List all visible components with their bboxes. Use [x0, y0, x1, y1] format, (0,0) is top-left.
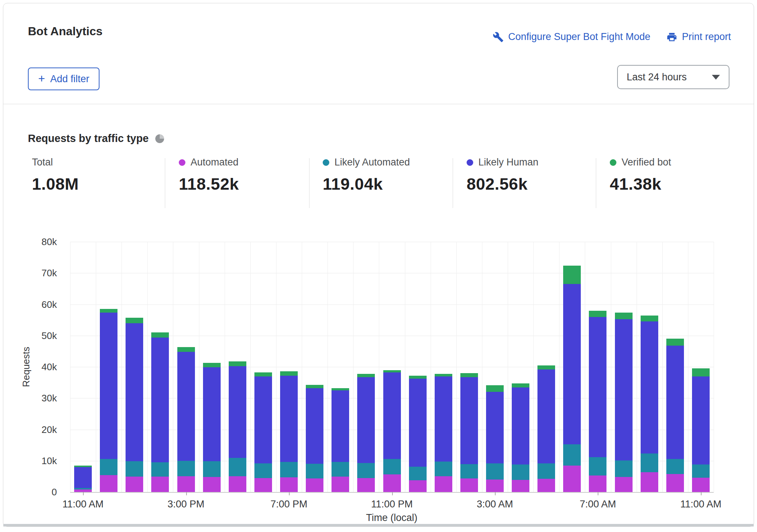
x-tick-mark: [186, 492, 187, 495]
bar-3-00-am[interactable]: [486, 385, 504, 492]
bar-segment-likely-human: [537, 369, 555, 464]
bar-2-00-pm[interactable]: [151, 332, 169, 492]
bar-12-00-pm[interactable]: [100, 309, 117, 492]
grid-line-vertical: [199, 242, 199, 492]
bar-4-00-pm[interactable]: [203, 363, 221, 492]
bar-segment-automated: [151, 477, 169, 492]
bar-segment-likely-automated: [692, 464, 710, 478]
time-range-select[interactable]: Last 24 hours: [617, 65, 729, 89]
bar-segment-likely-human: [74, 467, 92, 488]
stat-total[interactable]: Total1.08M: [32, 157, 79, 194]
bar-6-00-pm[interactable]: [254, 372, 272, 492]
stat-divider: [453, 158, 453, 208]
bar-segment-likely-human: [151, 338, 169, 462]
stat-divider: [165, 158, 165, 208]
bar-segment-verified-bot: [151, 332, 169, 338]
stat-automated[interactable]: Automated118.52k: [179, 157, 239, 194]
bar-5-00-pm[interactable]: [229, 361, 246, 492]
bar-segment-verified-bot: [280, 371, 298, 376]
bar-segment-automated: [589, 475, 606, 492]
plus-icon: +: [38, 73, 45, 84]
bar-7-00-am[interactable]: [589, 311, 606, 492]
grid-line-vertical: [122, 242, 122, 492]
bar-10-00-am[interactable]: [666, 339, 684, 492]
bar-segment-automated: [229, 476, 246, 492]
bar-8-00-am[interactable]: [615, 313, 633, 492]
bar-3-00-pm[interactable]: [177, 347, 195, 492]
bar-segment-automated: [383, 474, 401, 492]
stat-likely-human[interactable]: Likely Human802.56k: [467, 157, 539, 194]
bar-4-00-am[interactable]: [512, 383, 529, 492]
bar-2-00-am[interactable]: [460, 373, 478, 492]
card-bottom-divider: [3, 524, 754, 526]
y-tick-label: 50k: [28, 330, 57, 341]
bar-segment-automated: [254, 478, 272, 492]
grid-line-vertical: [637, 242, 637, 492]
bar-segment-likely-automated: [589, 457, 606, 475]
bar-5-00-am[interactable]: [537, 365, 555, 492]
stat-label: Total: [32, 157, 53, 168]
bar-11-00-am[interactable]: [74, 466, 92, 492]
grid-line-vertical: [559, 242, 559, 492]
grid-line-vertical: [508, 242, 508, 492]
bar-1-00-am[interactable]: [435, 374, 452, 492]
stat-likely-automated[interactable]: Likely Automated119.04k: [323, 157, 410, 194]
x-tick-label: 11:00 AM: [62, 499, 104, 510]
grid-line-vertical: [147, 242, 148, 492]
bar-segment-likely-human: [254, 376, 272, 463]
stat-label-row: Likely Human: [467, 157, 539, 168]
grid-line-vertical: [585, 242, 585, 492]
bar-segment-verified-bot: [177, 347, 195, 352]
grid-line-vertical: [533, 242, 534, 492]
bar-segment-automated: [460, 478, 478, 492]
bar-segment-automated: [615, 477, 633, 492]
stat-verified-bot[interactable]: Verified bot41.38k: [610, 157, 671, 194]
bar-segment-verified-bot: [666, 339, 684, 346]
bar-segment-likely-automated: [357, 463, 375, 478]
x-tick-label: 7:00 PM: [271, 499, 308, 510]
bar-12-00-am[interactable]: [409, 376, 427, 492]
page-title: Bot Analytics: [28, 25, 102, 38]
add-filter-button[interactable]: + Add filter: [28, 68, 99, 90]
x-tick-label: 11:00 AM: [680, 499, 721, 510]
bar-segment-likely-automated: [486, 463, 504, 479]
stat-value: 118.52k: [179, 175, 239, 194]
print-link-label: Print report: [682, 31, 731, 43]
bar-8-00-pm[interactable]: [306, 385, 323, 492]
bar-segment-verified-bot: [409, 376, 427, 379]
bar-6-00-am[interactable]: [563, 266, 581, 492]
bar-segment-likely-automated: [332, 462, 349, 477]
section-title-row: Requests by traffic type: [28, 132, 164, 145]
bar-segment-verified-bot: [357, 374, 375, 377]
bar-10-00-pm[interactable]: [357, 374, 375, 492]
bar-segment-verified-bot: [306, 385, 323, 388]
bar-segment-automated: [126, 477, 143, 492]
bar-9-00-am[interactable]: [641, 316, 658, 492]
grid-line-horizontal: [70, 273, 714, 273]
header-divider: [3, 104, 754, 104]
bar-segment-automated: [332, 477, 349, 492]
bar-11-00-am[interactable]: [692, 368, 710, 492]
bar-segment-likely-human: [641, 321, 658, 454]
bar-segment-likely-human: [203, 367, 221, 462]
bar-segment-automated: [666, 474, 684, 492]
stat-label: Likely Automated: [334, 157, 410, 168]
bar-7-00-pm[interactable]: [280, 371, 298, 492]
bar-segment-verified-bot: [435, 374, 452, 377]
bar-1-00-pm[interactable]: [126, 318, 143, 492]
bar-segment-verified-bot: [254, 372, 272, 377]
stat-value: 41.38k: [610, 175, 671, 194]
bar-segment-likely-human: [177, 352, 195, 461]
bar-segment-likely-automated: [641, 453, 658, 472]
configure-super-bot-fight-mode-link[interactable]: Configure Super Bot Fight Mode: [493, 31, 650, 43]
stat-value: 119.04k: [323, 175, 410, 194]
bar-11-00-pm[interactable]: [383, 370, 401, 492]
bar-segment-verified-bot: [563, 266, 581, 284]
grid-line-vertical: [327, 242, 328, 492]
bar-9-00-pm[interactable]: [332, 388, 349, 492]
bar-segment-likely-automated: [409, 467, 427, 480]
print-report-link[interactable]: Print report: [666, 31, 731, 43]
x-tick-label: 3:00 AM: [477, 499, 513, 510]
bar-segment-likely-human: [357, 377, 375, 463]
grid-line-vertical: [611, 242, 611, 492]
